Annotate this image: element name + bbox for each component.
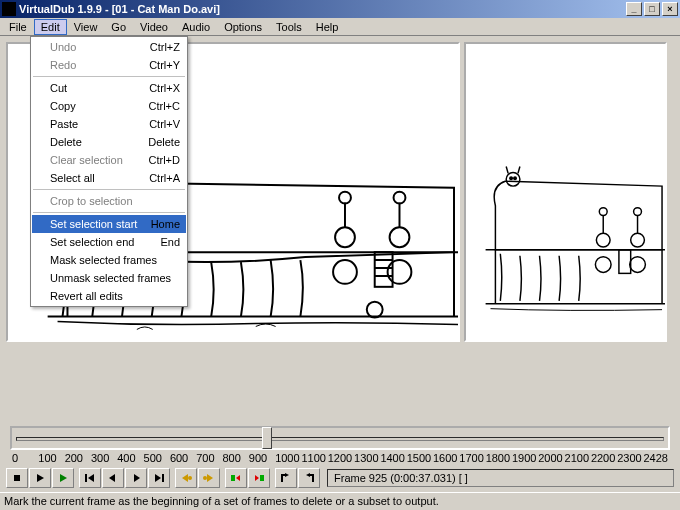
minimize-button[interactable]: _ [626,2,642,16]
svg-point-26 [188,476,192,480]
menu-select-all[interactable]: Select allCtrl+A [32,169,186,187]
play-input-button[interactable] [29,468,51,488]
separator [33,76,185,77]
go-start-button[interactable] [79,468,101,488]
mark-in-button[interactable] [275,468,297,488]
menu-revert-edits[interactable]: Revert all edits [32,287,186,305]
tick-label: 1800 [486,452,512,464]
tick-label: 0 [12,452,38,464]
tick-label: 800 [223,452,249,464]
svg-rect-25 [162,474,164,482]
menu-mask-frames[interactable]: Mask selected frames [32,251,186,269]
tick-label: 1000 [275,452,301,464]
menu-cut[interactable]: CutCtrl+X [32,79,186,97]
tick-label: 300 [91,452,117,464]
menu-video[interactable]: Video [133,19,175,35]
menubar: File Edit View Go Video Audio Options To… [0,18,680,36]
menu-set-selection-end[interactable]: Set selection endEnd [32,233,186,251]
frame-info: Frame 925 (0:00:37.031) [ ] [327,469,674,487]
tick-label: 500 [144,452,170,464]
menu-copy[interactable]: CopyCtrl+C [32,97,186,115]
menu-redo[interactable]: RedoCtrl+Y [32,56,186,74]
svg-point-14 [510,177,513,180]
menu-tools[interactable]: Tools [269,19,309,35]
menu-paste[interactable]: PasteCtrl+V [32,115,186,133]
svg-point-15 [514,177,517,180]
tick-label: 400 [117,452,143,464]
tick-label: 1400 [380,452,406,464]
window-title: VirtualDub 1.9.9 - [01 - Cat Man Do.avi] [19,3,624,15]
svg-point-27 [203,476,207,480]
menu-undo[interactable]: UndoCtrl+Z [32,38,186,56]
menu-audio[interactable]: Audio [175,19,217,35]
separator [33,189,185,190]
timeline-ticks: 0100200300400500600700800900100011001200… [10,452,670,464]
app-icon [2,2,16,16]
timeline-ruler[interactable] [10,426,670,450]
svg-rect-28 [231,475,235,481]
go-end-button[interactable] [148,468,170,488]
step-back-button[interactable] [102,468,124,488]
svg-rect-24 [85,474,87,482]
tick-label: 1200 [328,452,354,464]
tick-label: 1700 [459,452,485,464]
tick-label: 1900 [512,452,538,464]
tick-label: 2000 [538,452,564,464]
status-bar: Mark the current frame as the beginning … [0,492,680,510]
tick-label: 1100 [301,452,327,464]
window-buttons: _ □ × [624,2,678,16]
toolbar: Frame 925 (0:00:37.031) [ ] [0,466,680,490]
menu-help[interactable]: Help [309,19,346,35]
menu-unmask-frames[interactable]: Unmask selected frames [32,269,186,287]
close-button[interactable]: × [662,2,678,16]
scene-next-button[interactable] [248,468,270,488]
stop-button[interactable] [6,468,28,488]
tick-label: 1600 [433,452,459,464]
timeline: 0100200300400500600700800900100011001200… [0,418,680,466]
tick-label: 700 [196,452,222,464]
tick-label: 900 [249,452,275,464]
mark-out-button[interactable] [298,468,320,488]
svg-rect-23 [14,475,20,481]
menu-file[interactable]: File [2,19,34,35]
menu-options[interactable]: Options [217,19,269,35]
video-frame-right [466,44,665,338]
timeline-handle[interactable] [262,427,272,449]
edit-dropdown: UndoCtrl+Z RedoCtrl+Y CutCtrl+X CopyCtrl… [30,36,188,307]
tick-label: 2300 [617,452,643,464]
tick-label: 1500 [407,452,433,464]
key-next-button[interactable] [198,468,220,488]
play-output-button[interactable] [52,468,74,488]
tick-label: 200 [65,452,91,464]
spacer [0,346,680,418]
tick-label: 100 [38,452,64,464]
menu-view[interactable]: View [67,19,105,35]
menu-go[interactable]: Go [104,19,133,35]
tick-label: 1300 [354,452,380,464]
tick-max: 2428 [644,452,668,464]
output-pane [464,42,667,342]
svg-rect-29 [260,475,264,481]
menu-edit[interactable]: Edit [34,19,67,35]
menu-clear-selection[interactable]: Clear selectionCtrl+D [32,151,186,169]
menu-crop[interactable]: Crop to selection [32,192,186,210]
titlebar: VirtualDub 1.9.9 - [01 - Cat Man Do.avi]… [0,0,680,18]
key-prev-button[interactable] [175,468,197,488]
scene-prev-button[interactable] [225,468,247,488]
tick-label: 2100 [565,452,591,464]
step-forward-button[interactable] [125,468,147,488]
tick-label: 600 [170,452,196,464]
maximize-button[interactable]: □ [644,2,660,16]
separator [33,212,185,213]
menu-set-selection-start[interactable]: Set selection startHome [32,215,186,233]
menu-delete[interactable]: DeleteDelete [32,133,186,151]
tick-label: 2200 [591,452,617,464]
